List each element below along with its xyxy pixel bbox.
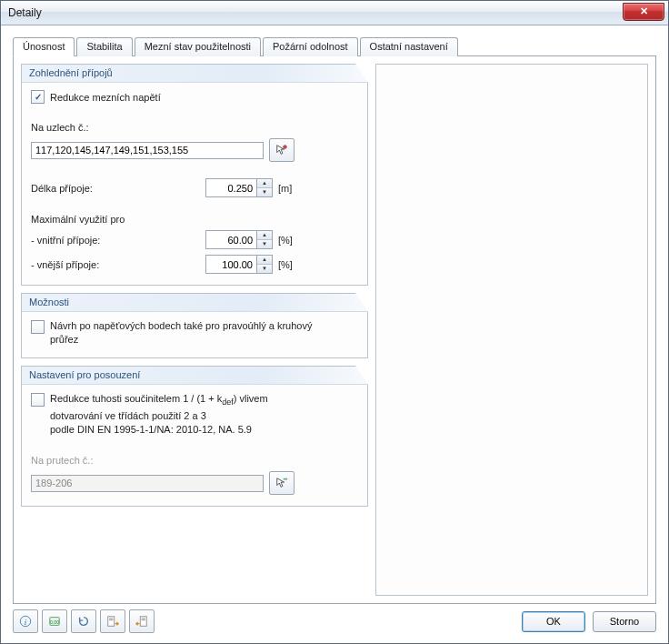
nodes-label: Na uzlech č.: bbox=[31, 122, 89, 133]
titlebar: Detaily ✕ bbox=[1, 1, 668, 25]
length-label: Délka přípoje: bbox=[31, 183, 195, 194]
tab-unosnost[interactable]: Únosnost bbox=[13, 37, 75, 56]
inner-label: - vnitřní přípoje: bbox=[31, 235, 195, 246]
help-button[interactable]: i bbox=[13, 609, 38, 633]
outer-input[interactable] bbox=[205, 255, 256, 274]
cursor-pick-icon bbox=[275, 477, 288, 489]
spin-down[interactable]: ▼ bbox=[257, 240, 272, 248]
inner-unit: [%] bbox=[278, 235, 293, 246]
svg-rect-9 bbox=[140, 617, 146, 627]
members-input bbox=[31, 475, 264, 492]
tab-label: Stabilita bbox=[86, 41, 122, 52]
checkbox-label: Návrh po napěťových bodech také pro prav… bbox=[50, 319, 341, 347]
tab-label: Únosnost bbox=[23, 41, 65, 52]
save-profile-button[interactable] bbox=[129, 609, 155, 633]
pick-nodes-button[interactable] bbox=[269, 138, 295, 162]
profile-load-icon bbox=[106, 615, 119, 628]
profile-save-icon bbox=[135, 615, 148, 628]
help-icon: i bbox=[19, 615, 32, 628]
spin-down[interactable]: ▼ bbox=[257, 265, 272, 273]
svg-rect-10 bbox=[142, 619, 145, 619]
inner-spinner[interactable]: ▲▼ bbox=[205, 230, 273, 249]
length-input[interactable] bbox=[205, 178, 256, 197]
dialog-window: Detaily ✕ Únosnost Stabilita Mezní stav … bbox=[0, 0, 669, 644]
group-options: Možnosti Návrh po napěťových bodech také… bbox=[21, 293, 368, 358]
group-assessment: Nastavení pro posouzení Redukce tuhosti … bbox=[21, 366, 368, 507]
close-icon: ✕ bbox=[640, 5, 648, 16]
cancel-button[interactable]: Storno bbox=[593, 611, 656, 632]
client-area: Únosnost Stabilita Mezní stav použitelno… bbox=[2, 25, 667, 642]
window-title: Detaily bbox=[8, 6, 42, 19]
checkbox-box bbox=[31, 320, 45, 334]
checkbox-box bbox=[31, 90, 45, 104]
units-icon: 0.00 bbox=[48, 615, 61, 628]
svg-rect-6 bbox=[108, 617, 115, 627]
tab-ostatni[interactable]: Ostatní nastavení bbox=[360, 37, 458, 56]
tab-page: Zohlednění přípojů Redukce mezních napět… bbox=[13, 55, 656, 604]
group-title: Nastavení pro posouzení bbox=[22, 367, 367, 385]
tab-pozarni[interactable]: Požární odolnost bbox=[263, 37, 358, 56]
spin-up[interactable]: ▲ bbox=[257, 179, 272, 188]
outer-unit: [%] bbox=[278, 259, 293, 270]
units-button[interactable]: 0.00 bbox=[42, 609, 67, 633]
button-label: Storno bbox=[610, 616, 639, 627]
reset-button[interactable] bbox=[71, 609, 96, 633]
load-profile-button[interactable] bbox=[100, 609, 125, 633]
group-title: Možnosti bbox=[22, 294, 367, 312]
tab-stabilita[interactable]: Stabilita bbox=[76, 37, 132, 56]
svg-rect-7 bbox=[109, 619, 113, 619]
outer-label: - vnější přípoje: bbox=[31, 259, 195, 270]
close-button[interactable]: ✕ bbox=[623, 3, 664, 21]
max-util-label: Maximální využití pro bbox=[31, 214, 125, 225]
members-label: Na prutech č.: bbox=[31, 455, 93, 466]
tab-strip: Únosnost Stabilita Mezní stav použitelno… bbox=[13, 36, 656, 55]
checkbox-stress-points[interactable]: Návrh po napěťových bodech také pro prav… bbox=[31, 319, 341, 347]
group-connections: Zohlednění přípojů Redukce mezních napět… bbox=[21, 64, 368, 286]
pick-members-button[interactable] bbox=[269, 471, 295, 495]
tab-mezni-stav[interactable]: Mezní stav použitelnosti bbox=[135, 37, 261, 56]
svg-point-0 bbox=[284, 146, 287, 149]
group-title: Zohlednění přípojů bbox=[22, 65, 367, 83]
checkbox-label: Redukce tuhosti součinitelem 1 / (1 + kd… bbox=[50, 392, 268, 437]
checkbox-label: Redukce mezních napětí bbox=[50, 92, 161, 103]
tab-label: Ostatní nastavení bbox=[370, 41, 448, 52]
button-label: OK bbox=[546, 616, 561, 627]
svg-rect-8 bbox=[109, 619, 113, 620]
tab-label: Požární odolnost bbox=[273, 41, 348, 52]
inner-input[interactable] bbox=[205, 230, 256, 249]
cursor-pick-icon bbox=[275, 144, 288, 156]
length-spinner[interactable]: ▲▼ bbox=[205, 178, 273, 197]
svg-text:0.00: 0.00 bbox=[50, 619, 59, 625]
left-column: Zohlednění přípojů Redukce mezních napět… bbox=[21, 64, 368, 596]
svg-rect-11 bbox=[142, 619, 145, 620]
checkbox-stiffness-reduction[interactable]: Redukce tuhosti součinitelem 1 / (1 + kd… bbox=[31, 392, 268, 437]
preview-panel bbox=[375, 64, 648, 596]
spin-up[interactable]: ▲ bbox=[257, 231, 272, 240]
nodes-input[interactable] bbox=[31, 142, 264, 159]
spin-down[interactable]: ▼ bbox=[257, 188, 272, 196]
checkbox-box bbox=[31, 393, 45, 407]
length-unit: [m] bbox=[278, 183, 292, 194]
spin-up[interactable]: ▲ bbox=[257, 256, 272, 265]
tab-label: Mezní stav použitelnosti bbox=[145, 41, 251, 52]
checkbox-reduce-stress[interactable]: Redukce mezních napětí bbox=[31, 90, 161, 104]
outer-spinner[interactable]: ▲▼ bbox=[205, 255, 273, 274]
reset-icon bbox=[77, 615, 90, 628]
footer: i 0.00 OK Storno bbox=[13, 609, 656, 633]
ok-button[interactable]: OK bbox=[522, 611, 585, 632]
